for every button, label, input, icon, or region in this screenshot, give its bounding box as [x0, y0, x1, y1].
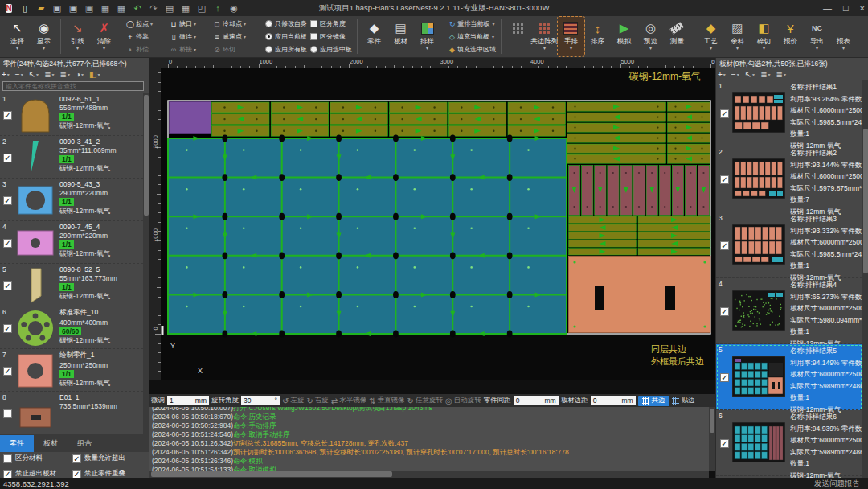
ribbon-mini-重排当前板[interactable]: ↻重排当前板▾ [449, 19, 496, 28]
part-list-item[interactable]: 40090-7_45_4290mm*220mm1/1碳钢-12mm-氧气 [0, 221, 143, 264]
option-数量允许超出[interactable]: 数量允许超出 [72, 454, 146, 463]
toggle-应用选中板[interactable]: 应用选中板 [310, 45, 352, 54]
tool-自动旋转[interactable]: ◎自动旋转 [445, 396, 481, 405]
part-gap-input[interactable]: 0mm [514, 396, 559, 405]
ribbon-button-碎切[interactable]: ◧碎切▾ [751, 17, 777, 56]
ribbon-button-共边阵列[interactable]: 共边阵列▾ [531, 17, 558, 56]
ribbon-button-array-gray-icon[interactable] [505, 17, 531, 56]
save-as-icon[interactable]: ▣ [68, 2, 79, 14]
undo-icon[interactable]: ↶ [132, 2, 143, 14]
document-icon[interactable]: ▤ [164, 2, 175, 14]
sort-asc-button[interactable]: ≣▾ [44, 70, 54, 79]
tab-groups[interactable]: 组合 [68, 435, 101, 452]
ribbon-mini-冷却点[interactable]: □冷却点▾ [213, 19, 255, 28]
part-list-item[interactable]: 20090-3_41_235mm*111.069mm1/1碳钢-12mm-氧气 [0, 136, 143, 179]
sheet-margin-input[interactable]: 0mm [591, 396, 636, 405]
package-icon[interactable]: ◰ [196, 2, 207, 14]
select-button[interactable]: ↖▾ [745, 70, 755, 79]
ribbon-button-预览[interactable]: ◎预览▾ [637, 17, 664, 56]
logo-icon[interactable]: N [3, 2, 14, 14]
radio-icon[interactable] [310, 46, 317, 53]
toggle-只修改自身[interactable]: 只修改自身 [265, 19, 307, 28]
part-list-item[interactable]: 10092-6_51_1556mm*488mm1/1碳钢-12mm-氧气 [0, 93, 143, 136]
part-search-input[interactable] [2, 81, 144, 91]
part-checkbox[interactable] [3, 154, 12, 162]
ribbon-button-报表[interactable]: 报表▾ [830, 17, 857, 56]
log-vertical-scrollbar[interactable] [709, 407, 715, 471]
checkbox-icon[interactable] [3, 470, 12, 479]
sheet-result-item[interactable]: 5名称:排样结果5利用率:94.149% 零件数板材尺寸:6000mm*2500… [716, 344, 862, 410]
part-checkbox[interactable] [3, 281, 12, 290]
ribbon-button-排序[interactable]: ↕排序 [584, 17, 611, 56]
tab-sheets[interactable]: 板材 [34, 435, 68, 452]
close-button[interactable]: × [860, 3, 865, 13]
toggle-应用所有板[interactable]: 应用所有板 [265, 45, 307, 54]
ribbon-button-排样[interactable]: 排样▾ [414, 17, 440, 56]
part-list-item[interactable]: 6标准零件_10400mm*400mm60/60碳钢-12mm-氧气 [0, 306, 143, 349]
part-checkbox[interactable] [3, 367, 12, 376]
snap-edge-button[interactable]: 贴边 [672, 396, 695, 405]
sheet-checkbox[interactable] [720, 241, 729, 250]
sort-desc-button[interactable]: ≣▾ [60, 70, 70, 79]
nesting-canvas[interactable]: 碳钢-12mm-氧气 同层共边 外框最后共边 Y X [161, 68, 715, 380]
send-report-link[interactable]: 发送问题报告 [814, 479, 860, 489]
ribbon-mini-减速点[interactable]: ≡减速点▾ [213, 32, 255, 41]
remove-button[interactable]: −▾ [731, 70, 739, 79]
log-horizontal-scrollbar[interactable] [149, 471, 709, 478]
ribbon-button-余料[interactable]: ▨余料▾ [724, 17, 751, 56]
ribbon-button-选择[interactable]: ↖选择▾ [4, 17, 31, 56]
toggle-区分镜像[interactable]: 区分镜像 [310, 32, 352, 41]
checkbox-icon[interactable] [72, 454, 81, 463]
calculator-icon[interactable]: ▦ [180, 2, 191, 14]
radio-icon[interactable] [265, 33, 272, 40]
add-button[interactable]: +▾ [718, 70, 726, 79]
part-list-item[interactable]: 8E01_1735.5mm*1539mm [0, 392, 143, 434]
sheet-result-item[interactable]: 6名称:排样结果6利用率:94.939% 零件数板材尺寸:6000mm*2500… [716, 410, 862, 476]
open-folder-icon[interactable]: ▰ [35, 2, 47, 14]
sheets-list-scrollbar[interactable] [862, 80, 868, 478]
ribbon-mini-起点[interactable]: ◯起点▾ [126, 19, 168, 28]
checkbox-icon[interactable] [310, 20, 317, 27]
sort-desc-button[interactable]: ≣▾ [776, 70, 786, 79]
toggle-区分角度[interactable]: 区分角度 [310, 19, 352, 28]
sheet-checkbox[interactable] [720, 439, 729, 448]
export-file-icon[interactable]: ▣ [84, 2, 95, 14]
ribbon-button-清除[interactable]: ✗清除▾ [91, 17, 117, 56]
minimize-button[interactable]: — [823, 3, 832, 13]
tool-右旋[interactable]: ↻右旋 [306, 396, 328, 405]
sheet-checkbox[interactable] [720, 373, 729, 382]
select-button[interactable]: ↖▾ [29, 70, 39, 79]
tool-垂直镜像[interactable]: ⇅垂直镜像 [369, 396, 404, 405]
tab-parts[interactable]: 零件 [0, 435, 34, 452]
sheet-result-item[interactable]: 3名称:排样结果3利用率:93.332% 零件数板材尺寸:6000mm*2500… [716, 212, 862, 278]
part-list-item[interactable]: 30090-5_43_3290mm*220mm1/1碳钢-12mm-氧气 [0, 179, 143, 221]
sheet-result-item[interactable]: 2名称:排样结果2利用率:93.144% 零件数板材尺寸:6000mm*2500… [716, 146, 862, 212]
ribbon-button-板材[interactable]: ▤板材 [387, 17, 414, 56]
part-checkbox[interactable] [3, 196, 12, 205]
ribbon-button-模拟[interactable]: ▶模拟 [611, 17, 637, 56]
upload-icon[interactable]: ↑ [212, 2, 223, 14]
paint-button[interactable]: ◧▾ [89, 70, 100, 79]
ribbon-mini-环切[interactable]: ⊘环切 [213, 45, 255, 54]
radio-icon[interactable] [265, 46, 272, 53]
ribbon-button-工艺[interactable]: ◆工艺▾ [698, 17, 724, 56]
save-icon[interactable]: ▣ [51, 2, 63, 14]
add-button[interactable]: +▾ [2, 70, 10, 79]
new-file-icon[interactable]: ▯ [19, 2, 31, 14]
sheet-checkbox[interactable] [720, 307, 729, 316]
ribbon-mini-桥接[interactable]: ∞桥接▾ [170, 45, 211, 54]
part-checkbox[interactable] [3, 111, 12, 120]
sheet-result-item[interactable]: 4名称:排样结果4利用率:65.273% 零件数板材尺寸:6000mm*2500… [716, 278, 862, 344]
ribbon-mini-缺口[interactable]: ⊔缺口▾ [170, 19, 211, 28]
ribbon-button-显示[interactable]: ◉显示▾ [31, 17, 57, 56]
ribbon-button-导出[interactable]: NC导出▾ [804, 17, 830, 56]
tool-任意旋转[interactable]: ↻任意旋转 [407, 396, 443, 405]
ribbon-mini-微连[interactable]: ▯微连▾ [170, 32, 211, 41]
checkbox-icon[interactable] [310, 33, 317, 40]
part-checkbox[interactable] [3, 324, 12, 333]
image-icon[interactable]: ▦ [100, 2, 111, 14]
user-icon[interactable]: ◉ [228, 2, 240, 14]
parts-list-scrollbar[interactable] [143, 93, 149, 434]
sheet-checkbox[interactable] [720, 109, 729, 118]
redo-icon[interactable]: ↷ [148, 2, 159, 14]
